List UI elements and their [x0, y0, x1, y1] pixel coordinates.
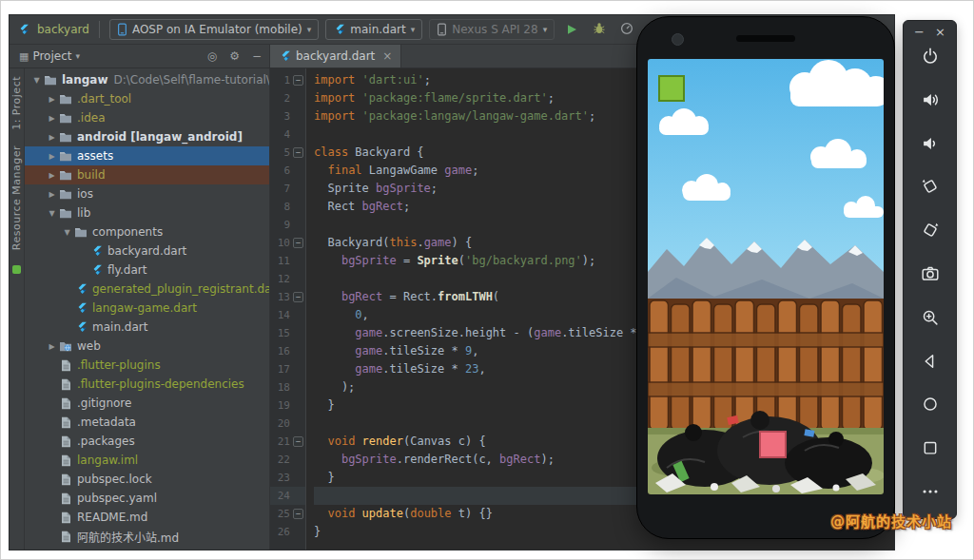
- tree-item-langaw-game-dart[interactable]: langaw-game.dart: [25, 299, 269, 318]
- emulator-close-button[interactable]: ×: [935, 25, 945, 39]
- screenshot-root: backyard AOSP on IA Emulator (mobile) ▾ …: [0, 0, 974, 560]
- tree-item-fly-dart[interactable]: fly.dart: [25, 261, 269, 280]
- tree-item-label: .idea: [77, 111, 106, 125]
- tree-item-components[interactable]: ▼components: [25, 222, 269, 241]
- fold-marker-icon[interactable]: −: [293, 436, 303, 447]
- tree-item-dart-tool[interactable]: ▶.dart_tool: [25, 89, 269, 108]
- emulator-zoom-button[interactable]: [917, 306, 944, 333]
- target-device-selector[interactable]: Nexus S API 28 ▾: [429, 19, 555, 40]
- settings-gear-icon[interactable]: ⚙: [229, 49, 240, 63]
- emulator-volume-up-button[interactable]: [917, 88, 944, 115]
- tree-item-lib[interactable]: ▼lib: [25, 203, 269, 222]
- tree-item-flutter-plugins[interactable]: .flutter-plugins: [25, 356, 269, 375]
- project-tree: ▼langawD:\Code\Self\flame-tutorial\la▶.d…: [25, 68, 270, 550]
- tree-item-pubspec-yaml[interactable]: pubspec.yaml: [25, 489, 269, 508]
- flutter-tool-icon[interactable]: [12, 265, 21, 274]
- emulator-power-button[interactable]: [917, 45, 944, 71]
- emulator-home-button[interactable]: [917, 393, 944, 419]
- device-selector[interactable]: AOSP on IA Emulator (mobile) ▾: [109, 19, 319, 40]
- fence: [648, 299, 884, 430]
- tree-item-langaw[interactable]: ▼langawD:\Code\Self\flame-tutorial\la: [25, 70, 269, 89]
- file-icon: [58, 512, 73, 524]
- pink-box-sprite: [760, 432, 786, 457]
- tool-strip-resource-manager-button[interactable]: Resource Manager: [10, 145, 23, 250]
- debug-button[interactable]: [589, 19, 610, 40]
- chevron-right-icon[interactable]: ▶: [46, 95, 58, 104]
- tree-item-idea[interactable]: ▶.idea: [25, 108, 269, 127]
- chevron-down-icon[interactable]: ▼: [61, 228, 73, 237]
- emulator-screen[interactable]: [648, 59, 884, 494]
- chevron-down-icon[interactable]: ▼: [46, 209, 58, 218]
- power-icon: [920, 46, 941, 70]
- line-number: 6: [270, 164, 293, 177]
- line-number: 2: [270, 92, 293, 105]
- folder-icon: [58, 207, 73, 219]
- emulator-minimize-button[interactable]: −: [914, 25, 925, 39]
- fold-marker-icon[interactable]: −: [293, 509, 303, 519]
- fold-gutter: [293, 454, 303, 465]
- chevron-right-icon[interactable]: ▶: [46, 152, 58, 161]
- line-number: 25: [270, 508, 293, 520]
- emulator-back-button[interactable]: [917, 350, 944, 377]
- device-icon: [437, 23, 447, 36]
- chevron-down-icon[interactable]: ▼: [30, 76, 43, 85]
- line-number: 1: [270, 74, 293, 87]
- tree-item-label: .dart_tool: [77, 92, 131, 106]
- line-number: 5: [270, 146, 293, 159]
- hide-panel-button[interactable]: −: [252, 49, 262, 63]
- tree-item-assets[interactable]: ▶assets: [25, 146, 269, 165]
- tree-item-label: fly.dart: [107, 263, 146, 277]
- tree-item-packages[interactable]: .packages: [25, 432, 269, 451]
- run-button[interactable]: [561, 19, 582, 40]
- profiler-button[interactable]: [616, 19, 637, 40]
- tree-item-web[interactable]: ▶web: [25, 337, 269, 356]
- chevron-right-icon[interactable]: ▶: [46, 342, 58, 351]
- fold-marker-icon[interactable]: −: [293, 238, 303, 248]
- tree-item-flutter-plugins-dependencies[interactable]: .flutter-plugins-dependencies: [25, 375, 269, 394]
- flutter-icon: [88, 245, 104, 258]
- fold-marker-icon[interactable]: −: [293, 75, 303, 86]
- tree-item-label: langaw-game.dart: [92, 301, 197, 315]
- fold-marker-icon[interactable]: −: [293, 292, 303, 302]
- tree-item-main-dart[interactable]: main.dart: [25, 318, 269, 337]
- emulator-control-panel: − ×: [903, 20, 957, 519]
- tree-item-android-langaw-android[interactable]: ▶android [langaw_android]: [25, 127, 269, 146]
- chevron-right-icon[interactable]: ▶: [46, 114, 58, 123]
- tree-item-md[interactable]: 阿航的技术小站.md: [25, 527, 269, 546]
- emulator-camera-button[interactable]: [917, 262, 944, 289]
- tree-item-readme-md[interactable]: README.md: [25, 508, 269, 527]
- run-config-selector[interactable]: main.dart ▾: [325, 19, 422, 40]
- tree-item-label: generated_plugin_registrant.dart: [92, 282, 270, 296]
- tree-item-label: assets: [77, 149, 113, 163]
- tree-item-ios[interactable]: ▶ios: [25, 184, 269, 203]
- editor-tab-backyard[interactable]: backyard.dart ×: [270, 45, 401, 68]
- tree-item-build[interactable]: ▶build: [25, 165, 269, 184]
- emulator-rotate-right-button[interactable]: [917, 219, 944, 245]
- fold-gutter: [293, 220, 303, 230]
- tab-close-icon[interactable]: ×: [382, 49, 392, 63]
- tree-item-pubspec-lock[interactable]: pubspec.lock: [25, 470, 269, 489]
- chevron-right-icon[interactable]: ▶: [46, 171, 58, 180]
- file-icon: [58, 359, 73, 372]
- web-folder-icon: [58, 340, 73, 352]
- tree-item-label: .flutter-plugins-dependencies: [77, 377, 244, 391]
- tree-item-generated-plugin-registrant-dart[interactable]: generated_plugin_registrant.dart: [25, 280, 269, 299]
- emulator-overview-button[interactable]: [917, 436, 944, 463]
- tool-strip-project-button[interactable]: 1: Project: [10, 76, 23, 130]
- fold-marker-icon[interactable]: −: [293, 147, 303, 158]
- tree-item-gitignore[interactable]: .gitignore: [25, 394, 269, 413]
- tree-item-backyard-dart[interactable]: backyard.dart: [25, 241, 269, 261]
- run-config-label: main.dart: [350, 23, 405, 36]
- tree-item-langaw-iml[interactable]: langaw.iml: [25, 451, 269, 470]
- locate-file-button[interactable]: ◎: [207, 49, 217, 63]
- tree-item-metadata[interactable]: .metadata: [25, 413, 269, 432]
- project-view-selector[interactable]: Project: [32, 49, 71, 63]
- chevron-right-icon[interactable]: ▶: [46, 190, 58, 199]
- camera-icon: [920, 263, 941, 288]
- fold-gutter: [293, 346, 303, 357]
- emulator-volume-down-button[interactable]: [917, 132, 944, 159]
- folder-icon: [43, 74, 58, 86]
- emulator-rotate-left-button[interactable]: [917, 175, 944, 202]
- chevron-right-icon[interactable]: ▶: [46, 133, 58, 142]
- emulator-more-button[interactable]: [917, 480, 944, 507]
